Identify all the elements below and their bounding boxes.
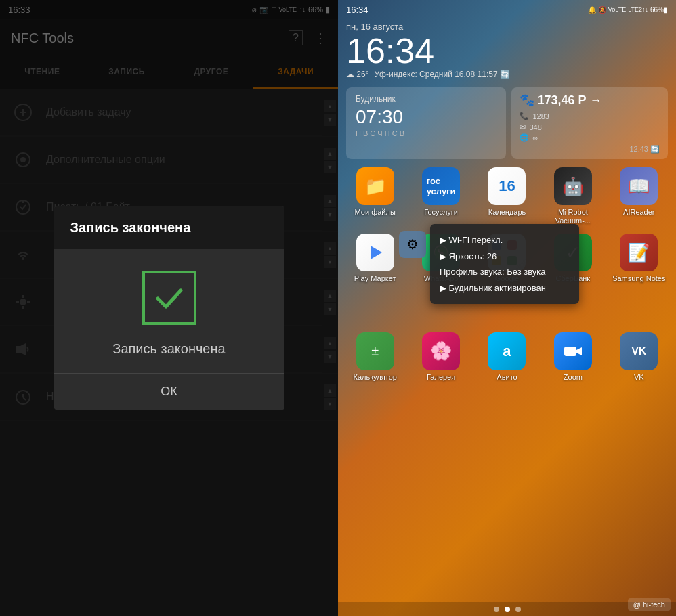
app-gosuslugi[interactable]: госуслуги Госуслуги <box>409 167 472 225</box>
status-bar-right: 16:34 🔔 🔕 VoLTE LTE2↑↓ 66%▮ <box>338 0 676 19</box>
hitech-badge: @ hi-tech <box>628 598 671 611</box>
app-icon-gosuslugi: госуслуги <box>422 167 460 205</box>
app-vk[interactable]: VK VK <box>608 332 671 382</box>
left-panel: 16:33 ⌀ 📷 □ VoLTE ↑↓ 66% ▮ NFC Tools ? ⋮… <box>0 0 338 616</box>
dialog-overlay: Запись закончена Запись закончена ОК <box>0 0 338 616</box>
finance-time: 12:43 🔄 <box>520 145 660 154</box>
app-label-my-files: Мои файлы <box>355 208 396 217</box>
dialog-body: Запись закончена <box>54 249 284 373</box>
app-icon-calc: ± <box>356 332 394 370</box>
app-icon-play <box>356 234 394 271</box>
nfc-gear-icon: ⚙ <box>399 231 426 258</box>
app-label-calc: Калькулятор <box>353 373 396 382</box>
app-zoom[interactable]: Zoom <box>541 332 604 382</box>
apps-grid-row3: ± Калькулятор 🌸 Галерея a Авито Zoom <box>338 330 676 384</box>
nfc-popup-line1: ▶ Wi-Fi перекл. <box>440 232 570 248</box>
status-icons-right: 🔔 🔕 VoLTE LTE2↑↓ 66%▮ <box>588 6 668 14</box>
app-icon-zoom <box>554 332 592 370</box>
finance-mail: 348 <box>530 123 542 131</box>
app-label-avito: Авито <box>497 373 517 382</box>
app-icon-gallery: 🌸 <box>422 332 460 370</box>
widgets-row: Будильник 07:30 П В С Ч П С В 🐾 173,46 Р… <box>338 85 676 162</box>
home-top-section: пн, 16 августа 16:34 ☁ 26° Уф-индекс: Ср… <box>338 19 676 85</box>
app-icon-mirobot: 🤖 <box>554 167 592 205</box>
dialog-ok-button[interactable]: ОК <box>54 373 284 410</box>
app-label-zoom: Zoom <box>564 373 583 382</box>
app-label-vk: VK <box>634 373 644 382</box>
app-icon-my-files: 📁 <box>356 167 394 205</box>
dialog-checkmark <box>142 271 196 325</box>
home-clock: 16:34 <box>346 33 668 68</box>
weather-extra: Уф-индекс: Средний 16.08 11:57 🔄 <box>375 70 510 79</box>
nfc-popup: ▶ Wi-Fi перекл. ▶ Яркость: 26 Профиль зв… <box>430 224 579 304</box>
app-alreader[interactable]: 📖 AIReader <box>608 167 671 225</box>
app-icon-calendar: 16 <box>488 167 526 205</box>
apps-grid-row1: 📁 Мои файлы госуслуги Госуслуги 16 Кален… <box>338 164 676 228</box>
finance-widget[interactable]: 🐾 173,46 Р → 📞 1283 ✉ 348 🌐 ∞ 12:43 🔄 <box>511 87 669 159</box>
nfc-popup-line3: Профиль звука: Без звука <box>440 264 570 280</box>
app-icon-samsung-notes: 📝 <box>620 234 658 271</box>
finance-mail-row: ✉ 348 <box>520 123 660 131</box>
home-screen: 16:34 🔔 🔕 VoLTE LTE2↑↓ 66%▮ пн, 16 авгус… <box>338 0 676 616</box>
app-avito[interactable]: a Авито <box>476 332 538 382</box>
app-label-mirobot: Mi Robot Vacuum-... <box>541 208 604 225</box>
home-date: пн, 16 августа <box>346 22 668 32</box>
finance-phone-row: 📞 1283 <box>520 112 660 120</box>
nfc-popup-line2: ▶ Яркость: 26 <box>440 248 570 264</box>
svg-rect-18 <box>564 347 576 356</box>
app-gallery[interactable]: 🌸 Галерея <box>409 332 472 382</box>
finance-web-row: 🌐 ∞ <box>520 133 660 142</box>
nfc-popup-container: ⚙ ▶ Wi-Fi перекл. ▶ Яркость: 26 Профиль … <box>399 224 579 304</box>
app-calc[interactable]: ± Калькулятор <box>343 332 406 382</box>
finance-web: ∞ <box>533 134 538 142</box>
dock-bar <box>338 602 676 616</box>
svg-marker-16 <box>371 246 382 259</box>
app-play[interactable]: Play Маркет <box>343 234 406 283</box>
alarm-widget-label: Будильник <box>356 94 497 104</box>
app-label-gosuslugi: Госуслуги <box>424 208 458 217</box>
app-icon-alreader: 📖 <box>620 167 658 205</box>
svg-marker-19 <box>576 347 582 355</box>
dialog-title: Запись закончена <box>54 206 284 249</box>
app-label-gallery: Галерея <box>427 373 455 382</box>
weather-temp: ☁ 26° <box>346 70 369 79</box>
app-label-calendar: Календарь <box>488 208 526 217</box>
app-label-samsung-notes: Samsung Notes <box>612 274 665 283</box>
right-panel: 16:34 🔔 🔕 VoLTE LTE2↑↓ 66%▮ пн, 16 авгус… <box>338 0 676 616</box>
app-label-play: Play Маркет <box>354 274 396 283</box>
app-icon-avito: a <box>488 332 526 370</box>
finance-amount: 🐾 173,46 Р → <box>520 93 602 108</box>
dock-dot-2 <box>505 607 510 612</box>
alarm-widget[interactable]: Будильник 07:30 П В С Ч П С В <box>346 87 506 159</box>
nfc-popup-line4: ▶ Будильник активирован <box>440 280 570 296</box>
time-right: 16:34 <box>346 5 368 15</box>
finance-phone: 1283 <box>533 112 549 120</box>
app-label-alreader: AIReader <box>623 208 654 217</box>
app-mirobot[interactable]: 🤖 Mi Robot Vacuum-... <box>541 167 604 225</box>
home-weather-row: ☁ 26° Уф-индекс: Средний 16.08 11:57 🔄 <box>346 70 668 79</box>
app-calendar[interactable]: 16 Календарь <box>476 167 538 225</box>
alarm-widget-days: П В С Ч П С В <box>356 129 497 137</box>
dialog-message: Запись закончена <box>112 341 225 357</box>
dock-dot-3 <box>515 607 521 612</box>
dock-dot-1 <box>494 607 499 612</box>
app-icon-vk: VK <box>620 332 658 370</box>
alarm-widget-time: 07:30 <box>356 106 497 128</box>
app-samsung-notes[interactable]: 📝 Samsung Notes <box>608 234 671 283</box>
dialog-box: Запись закончена Запись закончена ОК <box>54 206 284 410</box>
app-my-files[interactable]: 📁 Мои файлы <box>343 167 406 225</box>
